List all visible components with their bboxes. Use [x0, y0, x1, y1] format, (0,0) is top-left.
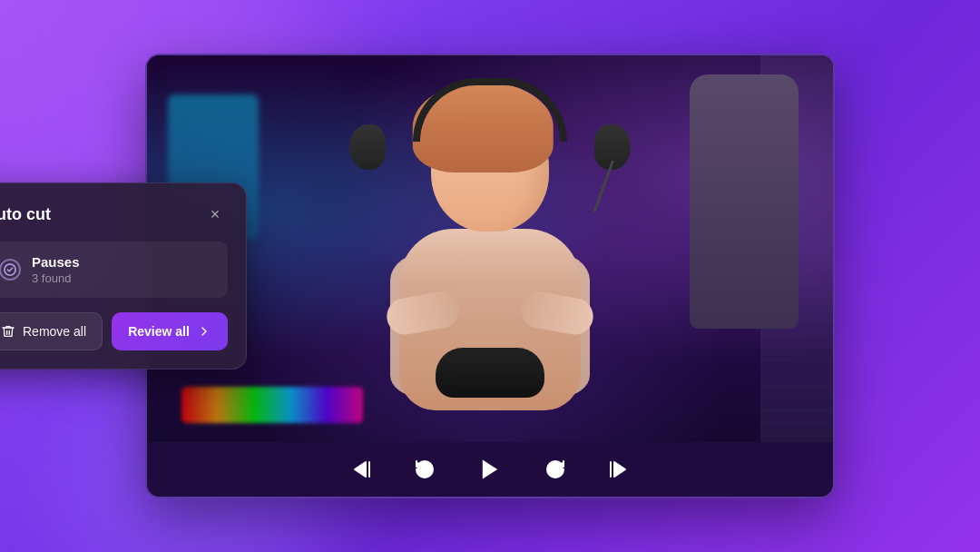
- pauses-count: 3 found: [32, 271, 80, 285]
- play-icon: [477, 457, 503, 482]
- dialog-header: Auto cut ×: [0, 202, 228, 227]
- forward-5s-button[interactable]: 5: [537, 451, 573, 488]
- headset-cup-left: [349, 124, 386, 170]
- play-pause-button[interactable]: [468, 448, 512, 491]
- remove-all-button[interactable]: Remove all: [0, 312, 103, 350]
- pauses-check-icon: [0, 259, 21, 281]
- pauses-item: Pauses 3 found: [0, 242, 228, 298]
- pauses-info: Pauses 3 found: [32, 254, 80, 285]
- trash-icon: [1, 324, 15, 339]
- dialog-close-button[interactable]: ×: [202, 202, 228, 227]
- video-player-container: 5 5 Auto cut ×: [145, 54, 835, 498]
- pauses-label: Pauses: [32, 254, 80, 270]
- review-all-label: Review all: [128, 324, 190, 339]
- autocut-dialog: Auto cut × Pauses 3 found: [0, 182, 247, 370]
- svg-text:5: 5: [421, 467, 425, 473]
- video-scene: [147, 55, 833, 442]
- rewind-5s-button[interactable]: 5: [407, 451, 443, 488]
- person-figure: [318, 74, 662, 442]
- video-area: [147, 55, 833, 442]
- remove-all-label: Remove all: [23, 324, 86, 339]
- svg-marker-3: [483, 460, 497, 479]
- review-all-button[interactable]: Review all: [112, 312, 228, 350]
- dialog-title: Auto cut: [0, 205, 51, 224]
- dialog-buttons: Remove all Review all: [0, 312, 228, 350]
- skip-to-end-button[interactable]: [599, 451, 635, 488]
- game-controller: [436, 348, 544, 398]
- skip-end-icon: [606, 458, 628, 480]
- chair-decoration: [690, 74, 799, 329]
- playback-controls-bar: 5 5: [147, 442, 833, 497]
- rewind-5s-icon: 5: [414, 458, 436, 480]
- skip-start-icon: [352, 458, 374, 480]
- keyboard-rgb-glow: [181, 387, 363, 423]
- svg-marker-6: [614, 462, 625, 477]
- svg-text:5: 5: [552, 467, 555, 473]
- svg-marker-1: [355, 462, 366, 477]
- headset-band: [413, 78, 567, 142]
- chevron-right-icon: [197, 324, 211, 339]
- skip-to-start-button[interactable]: [345, 451, 381, 488]
- forward-5s-icon: 5: [544, 458, 566, 480]
